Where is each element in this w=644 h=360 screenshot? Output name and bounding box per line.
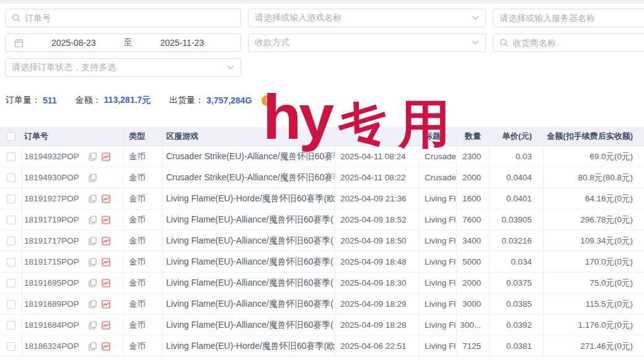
order-management-screen: 请选择或输入游戏名称 2025-08-23 至 2025-11-23 收款方式 … [0,0,644,360]
copy-icon[interactable] [89,237,97,245]
copy-icon[interactable] [89,300,97,309]
table-row: 18194932POP 金币 Crusader Strike(EU)-Allia… [0,146,644,167]
server-name-search[interactable] [493,9,644,27]
row-checkbox[interactable] [7,279,15,288]
table-row: 18191715POP 金币 Living Flame(EU)-Alliance… [0,252,644,273]
title-cell: Living Fl [420,188,457,209]
table-body: 18194932POP 金币 Crusader Strike(EU)-Allia… [0,146,644,357]
order-no-cell: 18194932POP [22,146,124,167]
quantity-cell: 7600 [457,209,490,230]
game-server-cell: Living Flame(EU)-Alliance/魔兽怀旧60赛季( [163,315,335,336]
row-checkbox[interactable] [7,237,15,245]
screenshot-image-icon[interactable] [102,321,110,330]
header-qty: 数量 [457,127,490,146]
order-number-input[interactable] [25,13,234,23]
select-all-checkbox[interactable] [7,132,15,141]
order-time-cell: 2025-04-09 18:48 [335,252,420,273]
copy-icon[interactable] [89,321,97,330]
screenshot-image-icon[interactable] [102,258,110,266]
unit-price-cell: 0.0404 [490,167,544,188]
row-checkbox[interactable] [7,173,15,182]
order-row-icons [89,258,110,266]
date-end[interactable]: 2025-11-23 [160,38,204,48]
game-server-cell: Living Flame(EU)-Horde/魔兽怀旧60赛季(欧 [163,336,335,357]
unit-price-cell: 0.034 [490,252,544,273]
screenshot-image-icon[interactable] [102,195,110,203]
row-select-cell [0,315,22,336]
header-time [335,127,420,146]
amount-cell: 271.46元(0元) [544,336,644,357]
type-cell: 金币 [124,188,163,209]
copy-icon[interactable] [89,279,97,288]
screenshot-image-icon[interactable] [102,342,110,351]
table-row: 18194930POP 金币 Crusader Strike(EU)-Allia… [0,167,644,188]
order-row-icons [89,173,97,182]
type-cell: 金币 [124,315,163,336]
row-checkbox[interactable] [7,321,15,330]
shipment-value: 3,757,284G [206,95,252,105]
row-checkbox[interactable] [7,258,15,266]
amount-cell: 64.16元(0元) [544,188,644,209]
quantity-cell: 2000 [457,273,490,294]
title-cell: Living Fl [420,230,457,252]
row-checkbox[interactable] [7,152,15,161]
screenshot-image-icon[interactable] [102,152,110,161]
game-name-select[interactable]: 请选择或输入游戏名称 [248,9,486,27]
search-icon [500,38,508,47]
copy-icon[interactable] [89,152,97,161]
table-row: 18191684POP 金币 Living Flame(EU)-Alliance… [0,315,644,336]
order-status-select[interactable]: 请选择订单状态，支持多选 [5,58,241,77]
order-no-cell: 18191689POP [22,294,124,315]
table-row: 18191927POP 金币 Living Flame(EU)-Horde/魔兽… [0,188,644,209]
help-icon[interactable]: ? [262,95,272,106]
copy-icon[interactable] [89,258,97,266]
screenshot-image-icon[interactable] [102,237,110,245]
title-cell: Living Fl [420,273,457,294]
order-time-cell: 2025-04-11 08:22 [335,167,420,188]
quantity-cell: 3000 [457,294,490,315]
header-amount: 金额(扣手续费后实收额) [544,127,644,146]
server-name-input[interactable] [500,13,641,23]
unit-price-cell: 0.0392 [490,315,544,336]
amount-cell: 1,176.0元(0元) [544,315,644,336]
payment-method-select[interactable]: 收款方式 [248,33,486,52]
merchant-name-search[interactable] [493,33,644,52]
copy-icon[interactable] [89,216,97,224]
order-time-cell: 2025-04-09 18:50 [335,230,420,252]
amount-cell: 80.8元(80.8元) [544,167,644,188]
header-type: 类型 [124,127,163,146]
stat-shipment: 出货量： 3,757,284G [169,95,252,106]
row-select-cell [0,209,22,230]
row-checkbox[interactable] [7,216,15,224]
row-checkbox[interactable] [7,300,15,309]
orders-table: 订单号 类型 区服游戏 标题 数量 单价(元) 金额(扣手续费后实收额) 181… [0,127,644,357]
quantity-cell: 2000 [457,167,490,188]
row-checkbox[interactable] [7,342,15,351]
title-cell: Crusader [420,146,457,167]
order-number-search[interactable] [5,9,241,27]
order-time-cell: 2025-04-09 21:36 [335,188,420,209]
screenshot-image-icon[interactable] [102,279,110,288]
chevron-down-icon[interactable] [472,15,479,20]
row-select-cell [0,188,22,209]
screenshot-image-icon[interactable] [102,300,110,309]
row-checkbox[interactable] [7,195,15,203]
order-time-cell: 2025-04-06 22:51 [335,336,420,357]
date-range-picker[interactable]: 2025-08-23 至 2025-11-23 [5,33,241,52]
type-cell: 金币 [124,146,163,167]
order-time-cell: 2025-04-09 18:52 [335,209,420,230]
order-no-cell: 18191695POP [22,273,124,294]
amount-cell: 109.34元(0元) [544,230,644,252]
copy-icon[interactable] [89,195,97,203]
merchant-name-input[interactable] [513,38,641,48]
unit-price-cell: 0.0385 [490,294,544,315]
copy-icon[interactable] [89,342,97,351]
copy-icon[interactable] [89,173,97,182]
chevron-down-icon[interactable] [472,40,479,45]
order-row-icons [89,152,110,161]
title-cell: Living Fl [420,209,457,230]
chevron-down-icon[interactable] [227,65,234,70]
screenshot-image-icon[interactable] [102,216,110,224]
date-start[interactable]: 2025-08-23 [51,38,96,48]
calendar-icon [14,38,24,48]
